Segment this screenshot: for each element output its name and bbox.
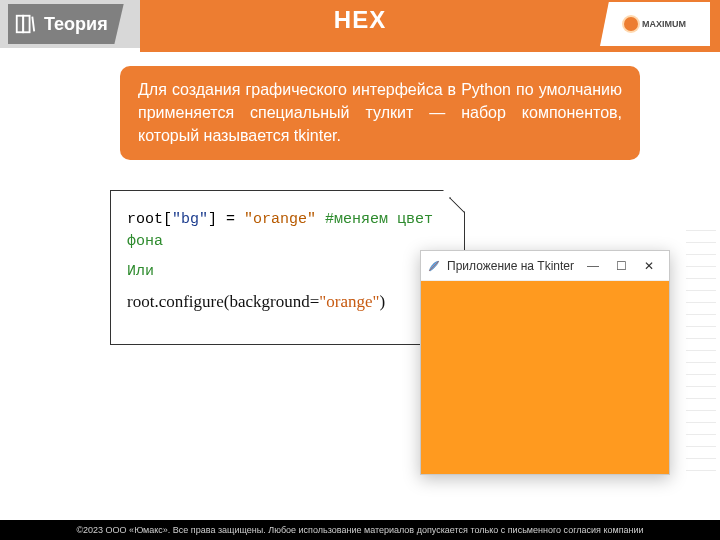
intro-text: Для создания графического интерфейса в P… [138, 81, 622, 144]
code2-post: ) [379, 292, 385, 311]
footer-text: ©2023 ООО «Юмакс». Все права защищены. Л… [76, 525, 643, 535]
tk-client-area [421, 281, 669, 474]
footer: ©2023 ООО «Юмакс». Все права защищены. Л… [0, 520, 720, 540]
code-val: "orange" [244, 211, 316, 228]
header: Теория HEX MAXIMUM [0, 0, 720, 48]
tkinter-window: Приложение на Tkinter — ☐ ✕ [420, 250, 670, 475]
code-box: root["bg"] = "orange" #меняем цвет фона … [110, 190, 465, 345]
tk-close-button[interactable]: ✕ [635, 259, 663, 273]
slide-root: Теория HEX MAXIMUM Для создания графичес… [0, 0, 720, 540]
code-pre: root[ [127, 211, 172, 228]
code-line-2: root.configure(background="orange") [127, 290, 448, 315]
tk-titlebar: Приложение на Tkinter — ☐ ✕ [421, 251, 669, 281]
intro-box: Для создания графического интерфейса в P… [120, 66, 640, 160]
code-mid: ] = [208, 211, 244, 228]
brand-sun-icon [624, 17, 638, 31]
code-or: Или [127, 261, 448, 283]
code-line-1: root["bg"] = "orange" #меняем цвет фона [127, 209, 448, 253]
tk-minimize-button[interactable]: — [579, 259, 607, 273]
header-underline [0, 48, 720, 52]
code-key: "bg" [172, 211, 208, 228]
code2-pre: root.configure(background= [127, 292, 319, 311]
brand-logo: MAXIMUM [600, 2, 710, 46]
tk-maximize-button[interactable]: ☐ [607, 259, 635, 273]
code2-arg: "orange" [319, 292, 379, 311]
brand-logo-text: MAXIMUM [642, 19, 686, 29]
tk-window-title: Приложение на Tkinter [447, 259, 579, 273]
decorative-code-stripes [686, 230, 716, 480]
tk-feather-icon [427, 259, 441, 273]
